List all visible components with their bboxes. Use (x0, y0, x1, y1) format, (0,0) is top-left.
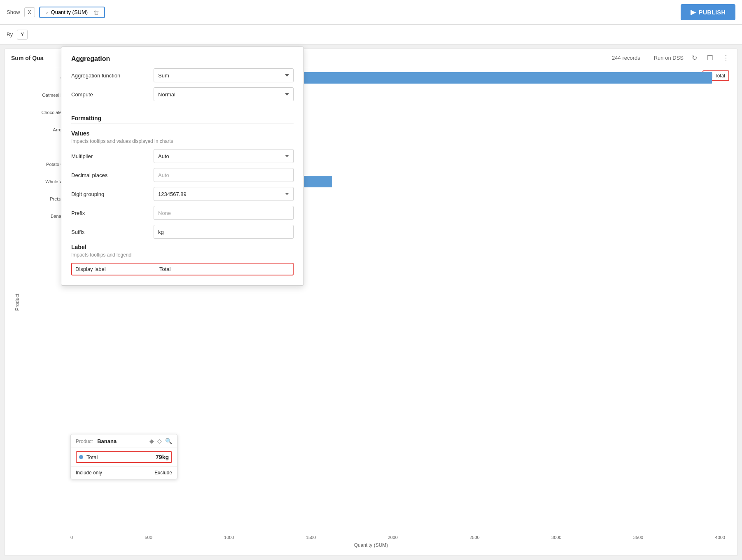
zoom-icon[interactable]: 🔍 (165, 438, 172, 444)
tooltip-product-label: Product (76, 439, 93, 444)
tooltip-product-name: Banana (97, 438, 117, 444)
aggregation-function-row: Aggregation function Sum (71, 68, 294, 82)
main-area: Sum of Qua 244 records Run on DSS ↻ ❐ ⋮ … (0, 44, 742, 560)
aggregation-title: Aggregation (71, 55, 294, 63)
label-title: Label (71, 244, 294, 250)
label-desc: Impacts tooltips and legend (71, 252, 294, 258)
tooltip-body: Total 79kg (71, 448, 177, 467)
x-tick: 1000 (224, 535, 234, 540)
separator (647, 55, 647, 61)
x-tick: 2500 (469, 535, 479, 540)
suffix-label: Suffix (71, 229, 154, 235)
compute-row: Compute Normal (71, 87, 294, 101)
chart-meta: 244 records Run on DSS ↻ ❐ ⋮ (612, 53, 731, 63)
tooltip-popup: Product Banana ◆ ◇ 🔍 Total 79kg Inc (70, 434, 177, 479)
display-label-input[interactable] (158, 266, 289, 272)
tooltip-metric-label: Total (86, 454, 98, 460)
suffix-row: Suffix (71, 225, 294, 239)
decimal-places-input[interactable] (154, 168, 294, 182)
records-count: 244 records (612, 55, 640, 61)
by-label: By (7, 31, 13, 37)
divider-2 (71, 123, 294, 124)
aggregation-panel: Aggregation Aggregation function Sum Com… (61, 47, 304, 286)
x-axis-ticks: 05001000150020002500300035004000 (70, 535, 725, 540)
multiplier-row: Multiplier Auto (71, 149, 294, 163)
publish-icon: ▶ (691, 8, 696, 16)
publish-button[interactable]: ▶ PUBLISH (681, 4, 735, 20)
x-axis-button[interactable]: X (24, 7, 35, 17)
x-tick: 3500 (633, 535, 643, 540)
quantity-pill[interactable]: ⌄ Quantity (SUM) 🗑 (39, 7, 105, 18)
refresh-button[interactable]: ↻ (690, 53, 699, 63)
trash-icon[interactable]: 🗑 (93, 9, 99, 16)
suffix-input[interactable] (154, 225, 294, 239)
label-section: Label Impacts tooltips and legend Displa… (71, 244, 294, 275)
display-label-label: Display label (75, 266, 158, 272)
multiplier-select[interactable]: Auto (154, 149, 294, 163)
digit-grouping-label: Digit grouping (71, 191, 154, 197)
tooltip-action-icons: ◆ ◇ 🔍 (149, 438, 172, 444)
by-row: By Y (0, 25, 742, 44)
x-tick: 4000 (715, 535, 725, 540)
multiplier-label: Multiplier (71, 153, 154, 159)
x-tick: 0 (70, 535, 73, 540)
decimal-places-row: Decimal places (71, 168, 294, 182)
tooltip-header: Product Banana ◆ ◇ 🔍 (71, 434, 177, 448)
values-desc: Impacts tooltips and values displayed in… (71, 138, 294, 144)
decimal-places-label: Decimal places (71, 172, 154, 178)
prefix-row: Prefix (71, 206, 294, 220)
display-label-row: Display label (71, 263, 294, 275)
include-only-button[interactable]: Include only (76, 470, 102, 476)
more-options-button[interactable]: ⋮ (721, 53, 731, 63)
digit-grouping-select[interactable]: 1234567.89 (154, 187, 294, 201)
x-tick: 3000 (551, 535, 561, 540)
tooltip-dot (79, 455, 83, 459)
quantity-label: Quantity (SUM) (51, 9, 88, 15)
show-row: Show X ⌄ Quantity (SUM) 🗑 (7, 7, 105, 18)
chart-title: Sum of Qua (11, 55, 44, 61)
prefix-input[interactable] (154, 206, 294, 220)
tooltip-actions: Include only Exclude (71, 467, 177, 479)
tooltip-metric-row: Total 79kg (76, 451, 172, 463)
publish-label: PUBLISH (699, 9, 726, 16)
divider-1 (71, 108, 294, 108)
formatting-title: Formatting (71, 115, 294, 121)
toolbar: Show X ⌄ Quantity (SUM) 🗑 ▶ PUBLISH (0, 0, 742, 25)
values-title: Values (71, 130, 294, 137)
exclude-button[interactable]: Exclude (154, 470, 172, 476)
filter-exclude-icon[interactable]: ◇ (157, 438, 162, 444)
compute-label: Compute (71, 91, 154, 98)
show-label: Show (7, 9, 20, 15)
run-on-dss[interactable]: Run on DSS (654, 55, 684, 61)
prefix-label: Prefix (71, 210, 154, 216)
x-tick: 1500 (306, 535, 316, 540)
tooltip-product-info: Product Banana (76, 438, 117, 444)
aggregation-function-select[interactable]: Sum (154, 68, 294, 82)
x-axis-label: Quantity (SUM) (354, 542, 388, 548)
aggregation-function-label: Aggregation function (71, 72, 154, 79)
y-axis-label: Product (14, 294, 20, 310)
y-axis-button[interactable]: Y (17, 30, 28, 40)
expand-button[interactable]: ❐ (705, 53, 714, 63)
compute-select[interactable]: Normal (154, 87, 294, 101)
filter-include-icon[interactable]: ◆ (149, 438, 154, 444)
chevron-down-icon: ⌄ (45, 9, 49, 15)
x-tick: 2000 (388, 535, 398, 540)
x-tick: 500 (145, 535, 152, 540)
tooltip-metric-value: 79kg (156, 454, 169, 460)
digit-grouping-row: Digit grouping 1234567.89 (71, 187, 294, 201)
